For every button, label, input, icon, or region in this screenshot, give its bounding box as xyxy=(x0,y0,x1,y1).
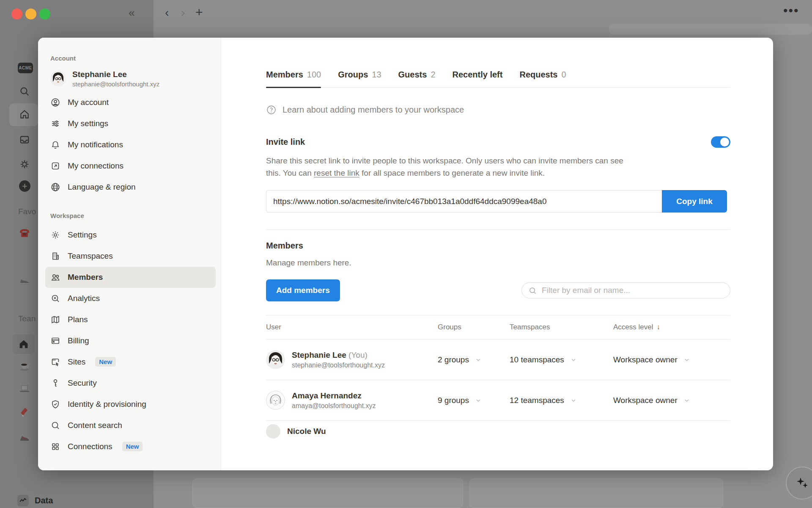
invite-url-field[interactable]: https://www.notion.so/acmesite/invite/c4… xyxy=(266,190,662,213)
sidebar-item-label: Settings xyxy=(68,230,97,240)
inbox-icon[interactable] xyxy=(19,134,30,145)
profile-name: Stephanie Lee xyxy=(72,69,159,80)
table-row: Amaya Hernandez amaya@toolsforthought.xy… xyxy=(266,380,730,421)
minimize-window-button[interactable] xyxy=(25,8,36,19)
sidebar-item-content-search[interactable]: Content search xyxy=(45,415,216,436)
toggle-knob xyxy=(720,138,729,146)
header-access-level[interactable]: Access level↓ xyxy=(613,323,730,331)
sidebar-item-my-connections[interactable]: My connections xyxy=(45,155,216,177)
zoom-window-button[interactable] xyxy=(39,8,50,19)
magnifier-plus-icon xyxy=(50,293,60,304)
sidebar-item-settings[interactable]: Settings xyxy=(45,224,216,246)
building-icon xyxy=(50,251,60,261)
new-tab-icon[interactable]: + xyxy=(195,6,203,19)
add-members-button[interactable]: Add members xyxy=(266,279,340,301)
workspace-logo[interactable]: ACME xyxy=(18,63,33,73)
sidebar-item-teamspaces[interactable]: Teamspaces xyxy=(45,246,216,267)
groups-dropdown[interactable]: 2 groups xyxy=(438,355,510,364)
phone-emoji-icon[interactable] xyxy=(19,227,30,239)
access-level-dropdown[interactable]: Workspace owner xyxy=(613,355,730,364)
close-window-button[interactable] xyxy=(11,8,22,19)
sidebar-item-plans[interactable]: Plans xyxy=(45,309,216,330)
sidebar-item-my-notifications[interactable]: My notifications xyxy=(45,134,216,155)
avatar xyxy=(266,350,285,369)
pencil-emoji-icon[interactable] xyxy=(19,407,30,419)
sidebar-item-label: My connections xyxy=(68,161,123,171)
description-text: for all space members to generate a new … xyxy=(359,168,545,177)
filter-members-input[interactable]: Filter by email or name... xyxy=(521,282,730,298)
member-name: Amaya Hernandez xyxy=(292,391,376,400)
gear-icon xyxy=(50,230,60,240)
search-icon[interactable] xyxy=(19,86,30,97)
sidebar-item-data[interactable]: Data xyxy=(17,495,53,506)
sidebar-item-my-account[interactable]: My account xyxy=(45,92,216,113)
tab-members[interactable]: Members 100 xyxy=(266,70,321,87)
tab-label: Guests xyxy=(398,70,427,80)
learn-link[interactable]: Learn about adding members to your works… xyxy=(266,105,730,115)
chevron-down-icon xyxy=(684,357,690,363)
coffee-emoji-icon[interactable] xyxy=(19,360,30,372)
sidebar-item-analytics[interactable]: Analytics xyxy=(45,288,216,309)
tab-label: Members xyxy=(266,70,303,80)
background-card xyxy=(469,478,723,508)
member-email: stephanie@toolsforthought.xyz xyxy=(292,362,385,369)
table-row: Stephanie Lee (You) stephanie@toolsforth… xyxy=(266,340,730,380)
chevron-down-icon xyxy=(571,357,576,363)
sidebar-item-label: Billing xyxy=(68,336,89,345)
sidebar-item-label: Teamspaces xyxy=(68,251,113,261)
new-page-icon[interactable]: + xyxy=(19,180,30,192)
sidebar-item-label: Sites xyxy=(68,357,85,367)
teamspaces-dropdown[interactable]: 12 teamspaces xyxy=(510,396,613,405)
members-tabs: Members 100 Groups 13 Guests 2 Recently … xyxy=(266,70,730,88)
sidebar-item-language-region[interactable]: Language & region xyxy=(45,177,216,198)
collapse-sidebar-icon[interactable]: « xyxy=(129,7,134,18)
tab-label: Groups xyxy=(338,70,368,80)
sneaker-emoji-icon[interactable] xyxy=(19,275,30,287)
teamspaces-label: Tean xyxy=(18,314,36,323)
account-section-label: Account xyxy=(50,55,216,62)
back-icon[interactable]: ‹ xyxy=(165,7,169,19)
sidebar-item-security[interactable]: Security xyxy=(45,373,216,394)
search-icon xyxy=(50,420,60,431)
access-level-dropdown[interactable]: Workspace owner xyxy=(613,396,730,405)
avatar xyxy=(266,424,280,439)
chevron-down-icon xyxy=(684,398,690,403)
invite-link-toggle[interactable] xyxy=(711,136,730,148)
teamspaces-dropdown[interactable]: 10 teamspaces xyxy=(510,355,613,364)
sidebar-item-members[interactable]: Members xyxy=(45,267,216,288)
sidebar-item-my-settings[interactable]: My settings xyxy=(45,113,216,134)
chevron-down-icon xyxy=(571,398,576,403)
profile-row[interactable]: Stephanie Lee stephanie@toolsforthought.… xyxy=(45,67,216,92)
tab-guests[interactable]: Guests 2 xyxy=(398,70,436,87)
tab-requests[interactable]: Requests 0 xyxy=(519,70,566,87)
member-name: Nicole Wu xyxy=(287,427,326,436)
favorites-label: Favo xyxy=(18,207,36,216)
sneaker2-emoji-icon[interactable] xyxy=(19,431,30,443)
settings-gear-icon[interactable] xyxy=(19,159,30,170)
sidebar-item-billing[interactable]: Billing xyxy=(45,330,216,351)
background-strip xyxy=(609,24,812,35)
reset-link[interactable]: reset the link xyxy=(314,168,359,177)
sidebar-item-connections[interactable]: Connections New xyxy=(45,436,216,457)
laptop-emoji-icon[interactable] xyxy=(19,383,30,395)
copy-link-button[interactable]: Copy link xyxy=(662,190,727,213)
tab-recently-left[interactable]: Recently left xyxy=(453,70,503,87)
map-icon xyxy=(50,315,60,325)
bell-icon xyxy=(50,140,60,150)
teamspace-home-icon[interactable] xyxy=(13,334,35,354)
more-options-icon[interactable]: ••• xyxy=(783,4,799,17)
avatar xyxy=(50,71,66,86)
grid-icon xyxy=(50,442,60,452)
you-suffix: (You) xyxy=(348,351,368,359)
ai-sparkle-button[interactable] xyxy=(786,467,812,500)
tab-groups[interactable]: Groups 13 xyxy=(338,70,381,87)
sidebar-item-label: Plans xyxy=(68,315,88,324)
sidebar-item-identity-provisioning[interactable]: Identity & provisioning xyxy=(45,394,216,415)
sidebar-item-sites[interactable]: Sites New xyxy=(45,351,216,373)
home-icon[interactable] xyxy=(19,109,30,120)
groups-dropdown[interactable]: 9 groups xyxy=(438,396,510,405)
workspace-section-label: Workspace xyxy=(50,212,216,219)
forward-icon[interactable]: › xyxy=(181,7,185,19)
filter-placeholder: Filter by email or name... xyxy=(542,286,630,295)
members-settings-panel: Members 100 Groups 13 Guests 2 Recently … xyxy=(221,38,773,470)
